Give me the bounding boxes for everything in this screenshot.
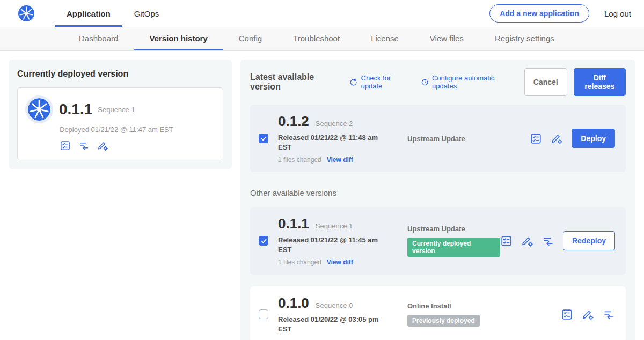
files-changed-label: 1 files changed [278, 258, 321, 266]
release-notes-icon[interactable] [561, 308, 573, 321]
logout-link[interactable]: Log out [604, 9, 631, 18]
currently-deployed-badge: Currently deployed version [407, 238, 500, 257]
deploy-logs-icon[interactable] [542, 235, 554, 247]
subnav-item-troubleshoot[interactable]: Troubleshoot [277, 27, 355, 50]
tab-gitops[interactable]: GitOps [122, 0, 171, 27]
version-number: 0.1.1 [278, 216, 309, 232]
version-source: Online Install [407, 302, 561, 310]
edit-config-icon[interactable] [551, 132, 563, 145]
version-sequence: Sequence 1 [316, 222, 353, 230]
version-source: Upstream Update [407, 225, 500, 233]
clock-icon [421, 78, 429, 87]
version-source: Upstream Update [407, 135, 530, 143]
deployed-version-card: 0.1.1 Sequence 1 Deployed 01/21/22 @ 11:… [17, 87, 223, 160]
other-versions-title: Other available versions [250, 188, 626, 197]
check-for-update-label: Check for update [361, 74, 409, 90]
subnav-item-version-history[interactable]: Version history [134, 27, 223, 50]
subnav-item-config[interactable]: Config [223, 27, 277, 50]
version-number: 0.1.0 [278, 295, 309, 312]
cancel-button[interactable]: Cancel [524, 68, 567, 96]
subnav-item-dashboard[interactable]: Dashboard [63, 27, 134, 50]
tab-application[interactable]: Application [55, 0, 122, 27]
deployed-sequence: Sequence 1 [98, 106, 135, 114]
edit-config-icon[interactable] [521, 235, 533, 247]
kubernetes-logo-icon [18, 5, 34, 21]
files-changed-label: 1 files changed [278, 156, 321, 164]
deploy-button[interactable]: Deploy [572, 129, 615, 148]
release-notes-icon[interactable] [500, 235, 513, 247]
version-row: 0.1.2 Sequence 2 Released 01/21/22 @ 11:… [250, 105, 626, 172]
release-notes-icon[interactable] [60, 140, 71, 151]
deployed-version-number: 0.1.1 [59, 101, 92, 118]
release-timestamp: Released 01/21/22 @ 11:48 am EST [278, 133, 380, 152]
edit-config-icon[interactable] [97, 140, 108, 151]
top-header: Application GitOps Add a new application… [0, 0, 644, 27]
subnav-item-license[interactable]: License [355, 27, 414, 50]
deployed-panel-title: Currently deployed version [17, 69, 223, 79]
latest-available-title: Latest available version [250, 72, 338, 92]
version-checkbox[interactable] [259, 309, 268, 319]
release-timestamp: Released 01/20/22 @ 03:05 pm EST [278, 315, 380, 334]
previously-deployed-badge: Previously deployed [407, 315, 480, 327]
diff-releases-button[interactable]: Diff releases [574, 68, 626, 96]
app-subnav: Dashboard Version history Config Trouble… [0, 27, 644, 51]
subnav-item-view-files[interactable]: View files [414, 27, 479, 50]
view-diff-link[interactable]: View diff [327, 258, 353, 266]
available-versions-panel: Latest available version Check for updat… [240, 60, 635, 340]
deploy-logs-icon[interactable] [603, 308, 615, 321]
tab-application-label: Application [67, 9, 111, 18]
refresh-icon [349, 78, 357, 87]
version-checkbox[interactable] [259, 134, 268, 143]
version-row: 0.1.0 Sequence 0 Released 01/20/22 @ 03:… [250, 286, 626, 340]
configure-automatic-updates-label: Configure automatic updates [432, 74, 513, 90]
tab-gitops-label: GitOps [134, 9, 159, 18]
version-sequence: Sequence 0 [316, 301, 353, 309]
configure-automatic-updates-link[interactable]: Configure automatic updates [421, 74, 513, 90]
deployed-timestamp: Deployed 01/21/22 @ 11:47 am EST [60, 125, 214, 134]
kubernetes-app-icon [28, 98, 50, 121]
view-diff-link[interactable]: View diff [327, 156, 353, 164]
main-content: Currently deployed version 0.1.1 Sequenc… [0, 51, 644, 340]
release-notes-icon[interactable] [530, 132, 542, 145]
check-for-update-link[interactable]: Check for update [349, 74, 408, 90]
version-checkbox[interactable] [259, 236, 268, 246]
currently-deployed-panel: Currently deployed version 0.1.1 Sequenc… [9, 60, 232, 169]
version-sequence: Sequence 2 [316, 120, 353, 128]
version-number: 0.1.2 [278, 113, 309, 130]
deploy-logs-icon[interactable] [78, 140, 90, 151]
redeploy-button[interactable]: Redeploy [563, 231, 615, 250]
edit-config-icon[interactable] [582, 308, 594, 321]
add-new-application-button[interactable]: Add a new application [489, 4, 589, 23]
release-timestamp: Released 01/21/22 @ 11:45 am EST [278, 235, 380, 254]
version-row: 0.1.1 Sequence 1 Released 01/21/22 @ 11:… [250, 207, 626, 275]
subnav-item-registry-settings[interactable]: Registry settings [479, 27, 570, 50]
